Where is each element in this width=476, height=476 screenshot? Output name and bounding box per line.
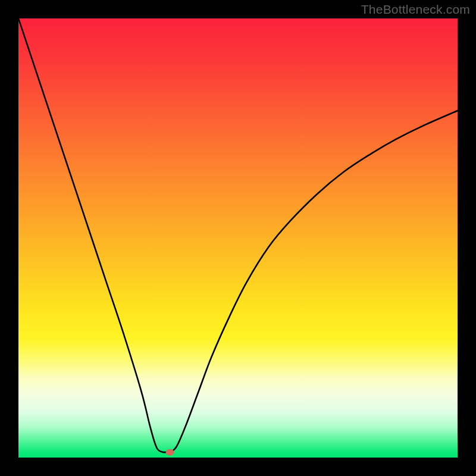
plot-area: [18, 18, 458, 458]
bottleneck-curve-svg: [18, 18, 458, 458]
bottleneck-curve: [18, 18, 458, 452]
watermark-text: TheBottleneck.com: [361, 2, 470, 17]
chart-frame: TheBottleneck.com: [0, 0, 476, 476]
optimum-marker: [166, 449, 174, 456]
